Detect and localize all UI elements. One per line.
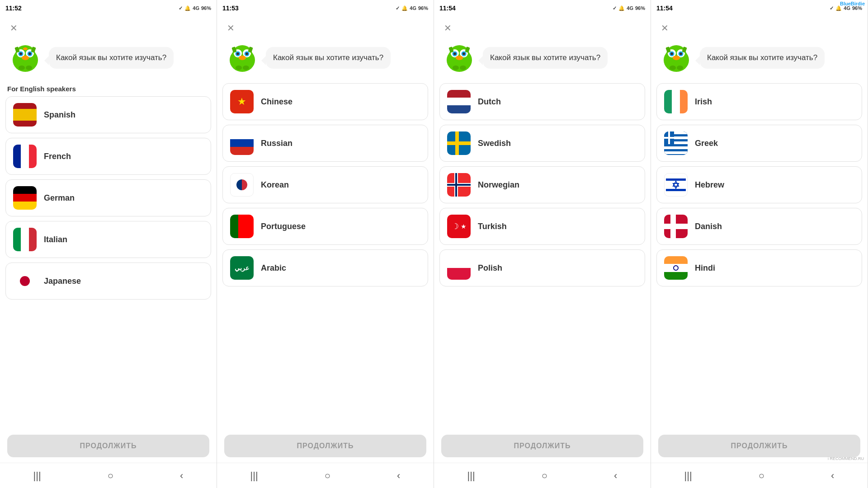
status-time-4: 11:54 xyxy=(656,5,673,12)
lang-name-norwegian: Norwegian xyxy=(478,180,519,190)
svg-point-52 xyxy=(668,61,684,71)
lang-name-danish: Danish xyxy=(695,222,722,231)
list-item-norwegian[interactable]: Norwegian xyxy=(439,166,645,203)
bottom-nav-3: ||| ○ ‹ xyxy=(434,463,651,488)
home-nav-2[interactable]: ○ xyxy=(317,466,338,485)
signal-icon-2: 4G xyxy=(410,5,416,11)
status-bar-1: 11:52 ✓ 🔔 4G 96% xyxy=(0,0,217,16)
back-nav-1[interactable]: ‹ xyxy=(173,466,190,485)
list-item-hebrew[interactable]: Hebrew xyxy=(656,166,862,203)
flag-hindi xyxy=(664,256,688,280)
section-header-1: For English speakers xyxy=(0,83,217,96)
list-item-german[interactable]: German xyxy=(5,179,211,216)
duolingo-owl-icon-1 xyxy=(7,40,43,76)
flag-chinese: ★ xyxy=(230,90,254,113)
lang-name-german: German xyxy=(44,193,75,203)
close-button-2[interactable]: ✕ xyxy=(222,20,239,36)
flag-french xyxy=(13,145,37,168)
list-item-dutch[interactable]: Dutch xyxy=(439,83,645,120)
list-item-greek[interactable]: Greek xyxy=(656,125,862,162)
svg-rect-62 xyxy=(664,151,688,154)
svg-point-21 xyxy=(236,52,239,55)
lang-name-russian: Russian xyxy=(261,139,292,148)
flag-hebrew xyxy=(664,173,688,197)
close-button-4[interactable]: ✕ xyxy=(656,20,673,36)
svg-point-51 xyxy=(673,56,680,60)
owl-header-1: Какой язык вы хотите изучать? xyxy=(0,36,217,83)
duolingo-owl-icon-3 xyxy=(441,40,477,76)
owl-header-3: Какой язык вы хотите изучать? xyxy=(434,36,651,83)
list-item-danish[interactable]: Danish xyxy=(656,208,862,245)
list-item-polish[interactable]: Polish xyxy=(439,249,645,286)
status-icons-3: ✓ 🔔 4G 96% xyxy=(613,5,645,11)
owl-avatar-4 xyxy=(658,40,694,76)
flag-arabic: عربي xyxy=(230,256,254,280)
continue-button-2[interactable]: ПРОДОЛЖИТЬ xyxy=(224,435,426,457)
list-item-turkish[interactable]: ☽ ★ Turkish xyxy=(439,208,645,245)
status-time-3: 11:54 xyxy=(439,5,456,12)
continue-button-3[interactable]: ПРОДОЛЖИТЬ xyxy=(441,435,643,457)
menu-nav-2[interactable]: ||| xyxy=(243,466,265,485)
owl-avatar-2 xyxy=(224,40,260,76)
close-button-3[interactable]: ✕ xyxy=(439,20,456,36)
phone-panel-3: 11:54 ✓ 🔔 4G 96% ✕ xyxy=(434,0,651,488)
status-time-2: 11:53 xyxy=(222,5,239,12)
duolingo-owl-icon-2 xyxy=(224,40,260,76)
back-nav-2[interactable]: ‹ xyxy=(390,466,407,485)
list-item-spanish[interactable]: Spanish xyxy=(5,96,211,133)
bottom-nav-4: ||| ○ ‹ xyxy=(651,463,868,488)
flag-danish xyxy=(664,215,688,238)
list-item-arabic[interactable]: عربي Arabic xyxy=(222,249,428,286)
silent-icon-2: 🔔 xyxy=(401,5,408,11)
lang-name-italian: Italian xyxy=(44,235,67,244)
svg-point-36 xyxy=(462,52,465,55)
status-bar-4: 11:54 ✓ 🔔 4G 96% xyxy=(651,0,868,16)
status-bar-3: 11:54 ✓ 🔔 4G 96% xyxy=(434,0,651,16)
svg-point-26 xyxy=(243,66,249,70)
svg-point-54 xyxy=(677,66,683,70)
list-item-italian[interactable]: Italian xyxy=(5,221,211,258)
svg-point-50 xyxy=(679,52,682,55)
lang-name-portuguese: Portuguese xyxy=(261,222,306,231)
flag-portuguese xyxy=(230,215,254,238)
status-bar-2: 11:53 ✓ 🔔 4G 96% xyxy=(217,0,434,16)
lang-name-spanish: Spanish xyxy=(44,110,75,120)
svg-rect-61 xyxy=(664,146,688,149)
svg-point-53 xyxy=(670,66,676,70)
duolingo-owl-icon-4 xyxy=(658,40,694,76)
list-item-french[interactable]: French xyxy=(5,138,211,175)
list-item-russian[interactable]: Russian xyxy=(222,125,428,162)
list-item-swedish[interactable]: Swedish xyxy=(439,125,645,162)
menu-nav-1[interactable]: ||| xyxy=(26,466,48,485)
watermark-label: i RECOMMEND.RU xyxy=(828,456,864,461)
home-nav-1[interactable]: ○ xyxy=(100,466,121,485)
phone-panel-2: 11:53 ✓ 🔔 4G 96% ✕ xyxy=(217,0,434,488)
svg-point-49 xyxy=(670,52,673,55)
list-item-korean[interactable]: Korean xyxy=(222,166,428,203)
list-item-chinese[interactable]: ★ Chinese xyxy=(222,83,428,120)
svg-point-24 xyxy=(234,61,250,71)
continue-button-1[interactable]: ПРОДОЛЖИТЬ xyxy=(7,435,209,457)
continue-button-4[interactable]: ПРОДОЛЖИТЬ xyxy=(658,435,860,457)
home-nav-4[interactable]: ○ xyxy=(751,466,772,485)
svg-point-6 xyxy=(19,52,22,55)
back-nav-3[interactable]: ‹ xyxy=(607,466,624,485)
home-nav-3[interactable]: ○ xyxy=(534,466,555,485)
phone-panel-1: 11:52 ✓ 🔔 4G 96% ✕ xyxy=(0,0,217,488)
list-item-portuguese[interactable]: Portuguese xyxy=(222,208,428,245)
flag-swedish xyxy=(447,131,471,155)
menu-nav-4[interactable]: ||| xyxy=(677,466,699,485)
back-nav-4[interactable]: ‹ xyxy=(824,466,841,485)
menu-nav-3[interactable]: ||| xyxy=(460,466,482,485)
language-list-1: Spanish French German Italian xyxy=(0,96,217,429)
list-item-japanese[interactable]: Japanese xyxy=(5,263,211,300)
lang-name-irish: Irish xyxy=(695,97,712,107)
svg-point-25 xyxy=(236,66,242,70)
check-icon-4: ✓ xyxy=(830,5,834,11)
list-item-irish[interactable]: Irish xyxy=(656,83,862,120)
check-icon-3: ✓ xyxy=(613,5,617,11)
svg-point-7 xyxy=(28,52,31,55)
silent-icon-1: 🔔 xyxy=(184,5,191,11)
close-button-1[interactable]: ✕ xyxy=(5,20,22,36)
list-item-hindi[interactable]: Hindi xyxy=(656,249,862,286)
